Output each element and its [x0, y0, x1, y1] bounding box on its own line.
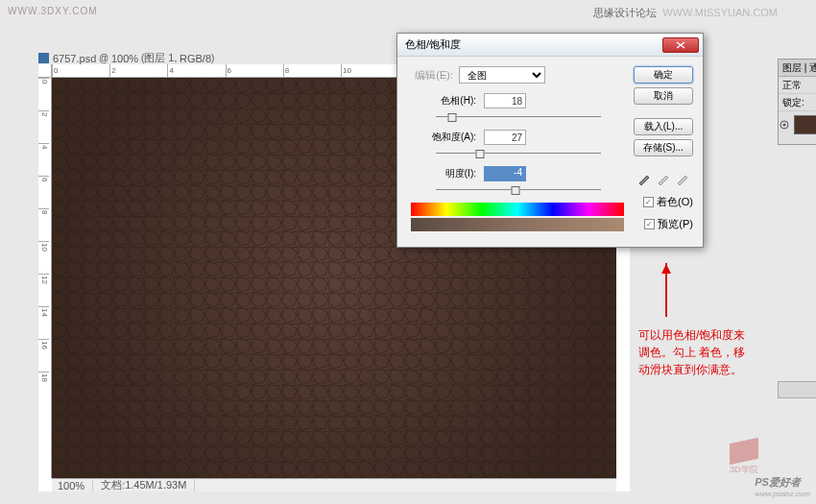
close-button[interactable]	[662, 37, 699, 53]
ps-watermark: PS爱好者 www.psahz.com	[755, 473, 810, 498]
annotation-text: 可以用色相/饱和度来调色。勾上 着色，移动滑块直到你满意。	[638, 326, 746, 378]
eyedropper-minus-icon[interactable]	[676, 172, 689, 185]
eyedropper-icon[interactable]	[637, 172, 651, 185]
annotation-arrow	[665, 263, 667, 317]
saturation-slider[interactable]	[436, 147, 601, 160]
watermark-url: WWW.3DXY.COM	[8, 6, 97, 16]
hue-saturation-dialog: 色相/饱和度 编辑(E): 全图 色相(H): 饱和度(A): 明度(I): -…	[396, 33, 704, 248]
lock-row[interactable]: 锁定:	[779, 94, 816, 111]
saturation-label: 饱和度(A):	[407, 131, 476, 144]
lightness-slider[interactable]	[436, 183, 601, 197]
ps-file-icon	[38, 53, 49, 63]
lightness-label: 明度(I):	[407, 167, 476, 180]
vertical-ruler[interactable]: 024681012141618	[38, 78, 52, 478]
load-button[interactable]: 载入(L)...	[634, 118, 693, 135]
layer-thumbnail[interactable]	[794, 115, 816, 134]
layers-tab[interactable]: 图层 | 通	[779, 60, 816, 77]
edit-label: 编辑(E):	[407, 68, 453, 83]
eyedropper-plus-icon[interactable]	[657, 172, 670, 185]
fx-bar[interactable]: fx.	[778, 381, 816, 398]
result-bar	[411, 218, 624, 231]
visibility-icon[interactable]	[779, 119, 790, 131]
saturation-input[interactable]	[484, 130, 526, 145]
close-icon	[676, 41, 685, 49]
blend-mode-row[interactable]: 正常	[779, 77, 816, 94]
preview-checkbox[interactable]: ✓预览(P)	[644, 217, 693, 231]
hue-input[interactable]	[484, 93, 526, 108]
layers-panel[interactable]: 图层 | 通 正常 锁定:	[778, 59, 816, 145]
ok-button[interactable]: 确定	[634, 66, 693, 84]
lightness-input[interactable]: -4	[484, 166, 526, 181]
spectrum-bar	[411, 203, 624, 216]
forum-watermark: 思缘设计论坛WWW.MISSYUAN.COM	[593, 6, 778, 20]
status-zoom[interactable]: 100%	[58, 480, 93, 492]
ruler-corner	[38, 64, 52, 78]
edit-select[interactable]: 全图	[459, 66, 545, 84]
status-bar: 100% 文档:1.45M/1.93M	[52, 478, 616, 492]
hue-slider[interactable]	[436, 110, 601, 124]
save-button[interactable]: 存储(S)...	[634, 139, 693, 156]
dialog-titlebar[interactable]: 色相/饱和度	[397, 34, 703, 57]
cancel-button[interactable]: 取消	[634, 87, 693, 105]
svg-point-5	[783, 124, 786, 127]
document-titlebar[interactable]: 6757.psd @ 100% (图层 1, RGB/8)	[38, 51, 214, 65]
hue-label: 色相(H):	[407, 94, 476, 108]
status-docinfo[interactable]: 文档:1.45M/1.93M	[101, 478, 195, 492]
dialog-title: 色相/饱和度	[405, 37, 662, 52]
colorize-checkbox[interactable]: ✓着色(O)	[643, 195, 693, 209]
3d-logo: 3D学院	[730, 441, 785, 469]
